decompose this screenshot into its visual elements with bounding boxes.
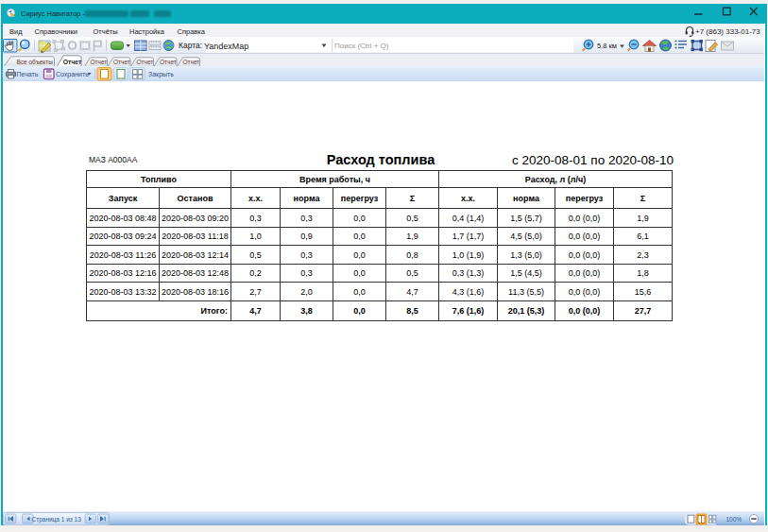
svg-text:Отчет: Отчет [183, 59, 200, 65]
svg-text:Отчет: Отчет [63, 59, 82, 65]
svg-text:Отчет: Отчет [91, 59, 108, 65]
svg-text:Сохранить: Сохранить [56, 71, 89, 78]
svg-text:Печать: Печать [17, 71, 39, 77]
svg-text:Все объекты: Все объекты [17, 59, 54, 65]
svg-text:Отчет: Отчет [160, 59, 177, 65]
svg-text:Отчет: Отчет [113, 59, 130, 65]
svg-text:Отчет: Отчет [137, 59, 154, 65]
svg-text:Карта:: Карта: [179, 41, 202, 50]
svg-text:Поиск (Ctrl + Q): Поиск (Ctrl + Q) [334, 42, 389, 50]
svg-text:5.8 км: 5.8 км [597, 42, 617, 50]
svg-text:Закрыть: Закрыть [148, 71, 174, 78]
svg-text:100%: 100% [726, 516, 742, 523]
svg-text:Страница 1 из 13: Страница 1 из 13 [32, 516, 82, 523]
svg-text:YandexMap: YandexMap [204, 42, 248, 51]
